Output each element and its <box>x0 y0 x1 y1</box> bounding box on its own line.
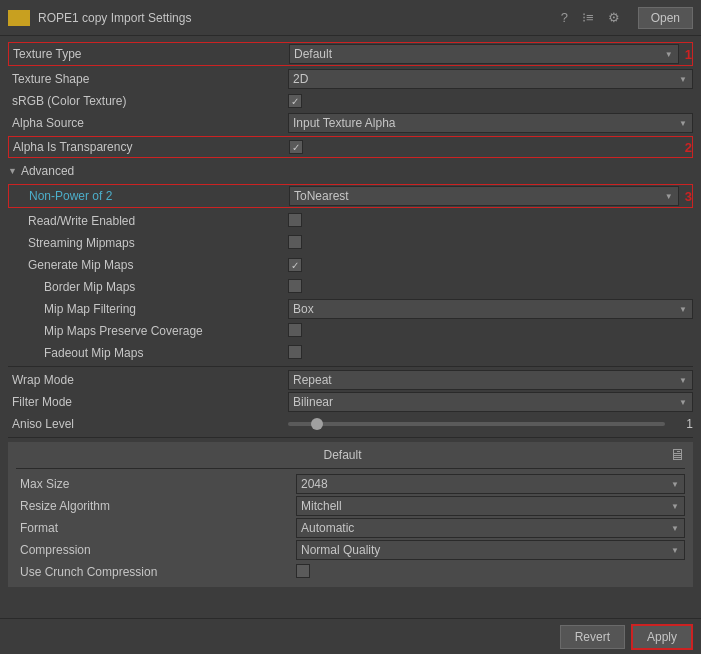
border-mips-checkbox[interactable] <box>288 279 302 293</box>
texture-shape-row: Texture Shape 2D <box>8 68 693 90</box>
generate-mips-row: Generate Mip Maps <box>8 254 693 276</box>
filter-mode-select[interactable]: Bilinear <box>288 392 693 412</box>
wrap-mode-dropdown-wrapper: Repeat <box>288 370 693 390</box>
gear-icon[interactable]: ⚙ <box>604 8 624 27</box>
open-button[interactable]: Open <box>638 7 693 29</box>
texture-shape-dropdown-wrapper: 2D <box>288 69 693 89</box>
non-power-dropdown-wrapper: ToNearest <box>289 186 679 206</box>
texture-type-row: Texture Type Default 1 <box>8 42 693 66</box>
max-size-dropdown-wrapper: 2048 <box>296 474 685 494</box>
mip-filter-select[interactable]: Box <box>288 299 693 319</box>
mip-preserve-row: Mip Maps Preserve Coverage <box>8 320 693 342</box>
aniso-level-label: Aniso Level <box>8 417 288 431</box>
aniso-level-row: Aniso Level 1 <box>8 413 693 435</box>
alpha-source-dropdown-wrapper: Input Texture Alpha <box>288 113 693 133</box>
format-label: Format <box>16 521 296 535</box>
crunch-label: Use Crunch Compression <box>16 565 296 579</box>
non-power-row: Non-Power of 2 ToNearest 3 <box>8 184 693 208</box>
format-select[interactable]: Automatic <box>296 518 685 538</box>
advanced-triangle-icon: ▼ <box>8 166 17 176</box>
alpha-source-label: Alpha Source <box>8 116 288 130</box>
filter-mode-row: Filter Mode Bilinear <box>8 391 693 413</box>
texture-type-label: Texture Type <box>9 47 289 61</box>
annotation-1: 1 <box>685 47 692 62</box>
wrap-mode-label: Wrap Mode <box>8 373 288 387</box>
aniso-slider-container: 1 <box>288 417 693 431</box>
streaming-mipmaps-label: Streaming Mipmaps <box>8 236 288 250</box>
footer: Revert Apply <box>0 618 701 654</box>
crunch-checkbox[interactable] <box>296 564 310 578</box>
aniso-value: 1 <box>673 417 693 431</box>
fadeout-mips-checkbox[interactable] <box>288 345 302 359</box>
alpha-transparency-checkbox[interactable] <box>289 140 303 154</box>
compression-row: Compression Normal Quality <box>16 539 685 561</box>
srgb-label: sRGB (Color Texture) <box>8 94 288 108</box>
max-size-select[interactable]: 2048 <box>296 474 685 494</box>
texture-type-dropdown-wrapper: Default <box>289 44 679 64</box>
non-power-label: Non-Power of 2 <box>9 189 289 203</box>
revert-button[interactable]: Revert <box>560 625 625 649</box>
mip-preserve-label: Mip Maps Preserve Coverage <box>8 324 288 338</box>
streaming-mipmaps-row: Streaming Mipmaps <box>8 232 693 254</box>
streaming-mipmaps-checkbox[interactable] <box>288 235 302 249</box>
annotation-3: 3 <box>685 189 692 204</box>
mip-filter-row: Mip Map Filtering Box <box>8 298 693 320</box>
texture-shape-select[interactable]: 2D <box>288 69 693 89</box>
texture-shape-label: Texture Shape <box>8 72 288 86</box>
fadeout-mips-label: Fadeout Mip Maps <box>8 346 288 360</box>
resize-algorithm-row: Resize Algorithm Mitchell <box>16 495 685 517</box>
border-mips-label: Border Mip Maps <box>8 280 288 294</box>
compression-dropdown-wrapper: Normal Quality <box>296 540 685 560</box>
platform-section: Default 🖥 Max Size 2048 Resize Algorithm… <box>8 442 693 587</box>
mip-filter-label: Mip Map Filtering <box>8 302 288 316</box>
generate-mips-label: Generate Mip Maps <box>8 258 288 272</box>
generate-mips-checkbox[interactable] <box>288 258 302 272</box>
alpha-source-select[interactable]: Input Texture Alpha <box>288 113 693 133</box>
alpha-transparency-label: Alpha Is Transparency <box>9 140 289 154</box>
non-power-select[interactable]: ToNearest <box>289 186 679 206</box>
aniso-slider[interactable] <box>288 422 665 426</box>
texture-type-select[interactable]: Default <box>289 44 679 64</box>
title-bar-title: ROPE1 copy Import Settings <box>38 11 557 25</box>
main-content: Texture Type Default 1 Texture Shape 2D … <box>0 36 701 618</box>
srgb-checkbox[interactable] <box>288 94 302 108</box>
apply-button[interactable]: Apply <box>631 624 693 650</box>
max-size-label: Max Size <box>16 477 296 491</box>
alpha-transparency-row: Alpha Is Transparency 2 <box>8 136 693 158</box>
mip-preserve-checkbox[interactable] <box>288 323 302 337</box>
help-icon[interactable]: ? <box>557 8 572 27</box>
resize-algorithm-label: Resize Algorithm <box>16 499 296 513</box>
title-bar: ROPE1 copy Import Settings ? ⁝≡ ⚙ Open <box>0 0 701 36</box>
advanced-section-label: Advanced <box>21 164 74 178</box>
resize-algorithm-select[interactable]: Mitchell <box>296 496 685 516</box>
mip-filter-dropdown-wrapper: Box <box>288 299 693 319</box>
fadeout-mips-row: Fadeout Mip Maps <box>8 342 693 364</box>
resize-algorithm-dropdown-wrapper: Mitchell <box>296 496 685 516</box>
read-write-checkbox[interactable] <box>288 213 302 227</box>
srgb-row: sRGB (Color Texture) <box>8 90 693 112</box>
monitor-icon: 🖥 <box>669 446 685 464</box>
annotation-2: 2 <box>685 140 692 155</box>
wrap-mode-select[interactable]: Repeat <box>288 370 693 390</box>
advanced-section-header[interactable]: ▼ Advanced <box>8 160 693 182</box>
title-bar-logo <box>8 10 30 26</box>
read-write-label: Read/Write Enabled <box>8 214 288 228</box>
alpha-source-row: Alpha Source Input Texture Alpha <box>8 112 693 134</box>
platform-header: Default 🖥 <box>16 446 685 469</box>
compression-select[interactable]: Normal Quality <box>296 540 685 560</box>
border-mips-row: Border Mip Maps <box>8 276 693 298</box>
platform-title: Default <box>16 448 669 462</box>
crunch-row: Use Crunch Compression <box>16 561 685 583</box>
filter-mode-label: Filter Mode <box>8 395 288 409</box>
layout-icon[interactable]: ⁝≡ <box>578 8 598 27</box>
format-row: Format Automatic <box>16 517 685 539</box>
compression-label: Compression <box>16 543 296 557</box>
wrap-mode-row: Wrap Mode Repeat <box>8 369 693 391</box>
max-size-row: Max Size 2048 <box>16 473 685 495</box>
aniso-slider-thumb <box>311 418 323 430</box>
filter-mode-dropdown-wrapper: Bilinear <box>288 392 693 412</box>
format-dropdown-wrapper: Automatic <box>296 518 685 538</box>
read-write-row: Read/Write Enabled <box>8 210 693 232</box>
